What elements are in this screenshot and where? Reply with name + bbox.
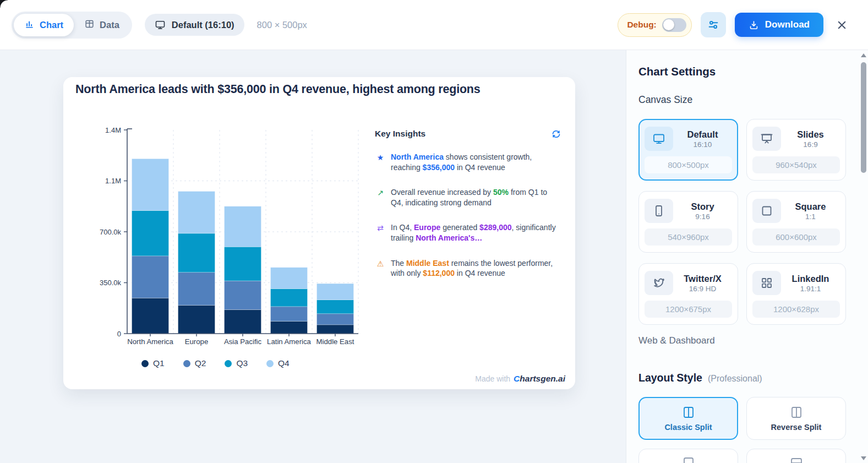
toolbar-left: Chart Data Default (16:10) 800 × 500px: [12, 12, 307, 39]
insight-item: ⇄In Q4, Europe generated $289,000, signi…: [375, 222, 561, 243]
legend-label: Q4: [278, 358, 290, 368]
sliders-icon: [707, 19, 719, 31]
bar-segment-latin-america-q2: [271, 307, 308, 322]
y-axis-tick-label: 350.0k: [100, 279, 122, 287]
bar-segment-europe-q3: [178, 233, 215, 273]
warning-icon: ⚠: [375, 258, 386, 279]
insight-text: The Middle East remains the lowest perfo…: [391, 258, 561, 279]
made-with-label: Made with: [475, 374, 510, 383]
canvas-size-name: LinkedIn: [781, 274, 840, 284]
phone-icon: [645, 199, 673, 223]
layout-style-title: Layout Style: [638, 372, 702, 384]
canvas-size-name: Slides: [781, 129, 840, 140]
insight-item: ↗Overall revenue increased by 50% from Q…: [375, 187, 561, 208]
toolbar-right: Debug: Download: [618, 12, 848, 37]
sidebar-scrollbar[interactable]: [860, 52, 867, 461]
canvas-size-grid: Default16:10800×500pxSlides16:9960×540px…: [638, 119, 846, 325]
canvas-size-dimensions: 600×600px: [752, 228, 840, 246]
legend-item-q2: Q2: [183, 358, 206, 368]
brand-logo: Chartsgen.ai: [514, 374, 565, 384]
layout-icon: [790, 456, 803, 463]
insights-title: Key Insights: [375, 129, 425, 139]
tab-chart[interactable]: Chart: [14, 14, 74, 36]
bar-segment-middle-east-q2: [317, 314, 354, 325]
split-layout-icon: [790, 406, 803, 419]
x-axis-tick-label: Latin America: [267, 337, 312, 346]
canvas-size-dimensions: 1200×675px: [645, 301, 732, 318]
chart-settings-button[interactable]: [701, 12, 726, 37]
bar-segment-north-america-q2: [132, 256, 169, 298]
layout-style-card-partial-2[interactable]: [746, 449, 846, 463]
canvas-size-dimensions: 540×960px: [645, 228, 732, 246]
star-icon: ★: [375, 152, 386, 172]
download-icon: [749, 20, 759, 30]
layout-style-grid: Classic SplitReverse Split: [638, 397, 846, 440]
tab-data[interactable]: Data: [74, 14, 130, 36]
close-button[interactable]: [836, 19, 848, 31]
web-dashboard-heading: Web & Dashboard: [638, 335, 715, 346]
bar-chart-icon: [24, 19, 35, 31]
bar-segment-europe-q1: [178, 305, 215, 334]
canvas-size-card-story[interactable]: Story9:16540×960px: [638, 191, 738, 253]
layout-style-card-reverse-split[interactable]: Reverse Split: [746, 397, 846, 440]
bar-segment-latin-america-q1: [271, 322, 308, 334]
square-icon: [752, 199, 781, 223]
refresh-insights-button[interactable]: [552, 129, 561, 139]
y-axis-tick-label: 0: [117, 330, 121, 338]
bar-segment-asia-pacific-q1: [225, 309, 261, 334]
canvas-size-name: Default: [673, 129, 732, 140]
canvas-size-card-default[interactable]: Default16:10800×500px: [638, 119, 738, 181]
legend-swatch: [141, 360, 149, 367]
canvas-area: North America leads with $356,000 in Q4 …: [0, 50, 626, 463]
debug-toggle[interactable]: [662, 18, 686, 32]
scroll-up-arrow-icon[interactable]: [861, 53, 866, 57]
layout-icon: [682, 456, 695, 463]
view-tab-group: Chart Data: [12, 12, 132, 39]
canvas-size-card-slides[interactable]: Slides16:9960×540px: [746, 119, 846, 181]
insight-text: In Q4, Europe generated $289,000, signif…: [391, 222, 561, 243]
canvas-size-ratio: 9:16: [673, 213, 732, 221]
legend-swatch: [266, 360, 274, 367]
chart-card: North America leads with $356,000 in Q4 …: [63, 77, 575, 389]
layout-style-name: Reverse Split: [771, 423, 822, 432]
layout-style-sublabel: (Professional): [708, 374, 762, 384]
sidebar-title: Chart Settings: [638, 65, 716, 78]
canvas-preset-button[interactable]: Default (16:10): [145, 14, 244, 36]
chart-settings-sidebar: Chart Settings Canvas Size Default16:108…: [626, 50, 868, 463]
legend-label: Q3: [236, 358, 248, 368]
insight-item: ⚠The Middle East remains the lowest perf…: [375, 258, 561, 279]
layout-style-grid-partial: [638, 449, 846, 463]
toolbar: Chart Data Default (16:10) 800 × 500px D…: [0, 0, 868, 50]
canvas-size-card-linkedin[interactable]: LinkedIn1.91:11200×628px: [746, 263, 846, 325]
legend-swatch: [183, 360, 190, 367]
table-icon: [84, 19, 95, 31]
chart-legend: Q1Q2Q3Q4: [141, 358, 290, 368]
y-axis-tick-label: 700.0k: [100, 228, 122, 236]
legend-label: Q2: [195, 358, 206, 368]
window-corner: [0, 0, 8, 8]
bar-segment-north-america-q3: [132, 210, 169, 255]
revenue-stacked-bar-chart: 0350.0k700.0k1.1M1.4MNorth AmericaEurope…: [99, 126, 362, 348]
canvas-size-dimensions: 1200×628px: [752, 301, 840, 318]
bar-segment-latin-america-q4: [271, 268, 308, 289]
download-button[interactable]: Download: [735, 13, 823, 37]
canvas-size-ratio: 16:9 HD: [673, 285, 732, 293]
canvas-size-ratio: 16:9: [781, 140, 840, 149]
scroll-down-arrow-icon[interactable]: [861, 456, 866, 460]
layout-style-name: Classic Split: [664, 423, 712, 432]
bar-segment-north-america-q4: [132, 159, 169, 210]
watermark: Made with Chartsgen.ai: [475, 374, 565, 384]
layout-style-card-partial-1[interactable]: [638, 449, 738, 463]
legend-item-q3: Q3: [225, 358, 248, 368]
canvas-size-name: Story: [673, 201, 732, 212]
scrollbar-thumb[interactable]: [861, 62, 866, 173]
bar-segment-middle-east-q1: [317, 325, 354, 334]
canvas-size-card-square[interactable]: Square1:1600×600px: [746, 191, 846, 253]
insights-list: ★North America shows consistent growth, …: [375, 152, 561, 279]
bar-segment-asia-pacific-q4: [225, 206, 261, 247]
canvas-size-card-twitter-x[interactable]: Twitter/X16:9 HD1200×675px: [638, 263, 738, 325]
canvas-size-name: Square: [781, 201, 840, 212]
chart-title: North America leads with $356,000 in Q4 …: [75, 83, 481, 96]
legend-label: Q1: [153, 358, 165, 368]
layout-style-card-classic-split[interactable]: Classic Split: [638, 397, 738, 440]
